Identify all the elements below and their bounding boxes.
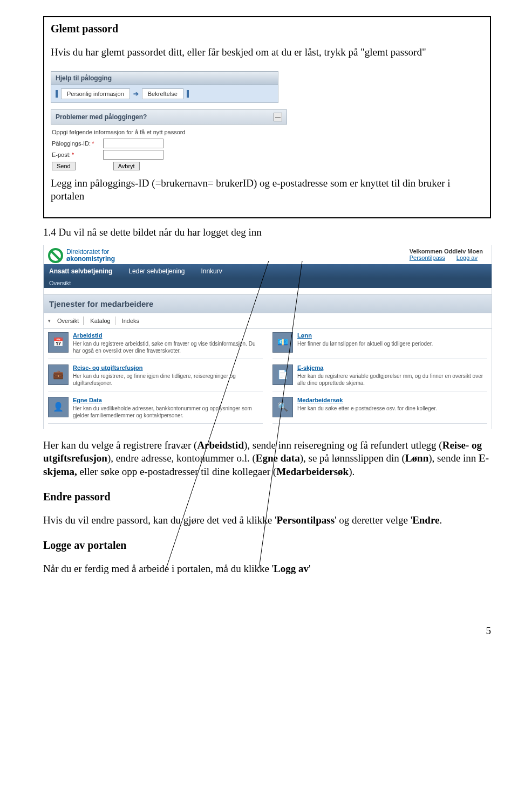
svc-arbeidstid-desc: Her kan du registrere arbeidstid, søke o…: [73, 340, 263, 354]
briefcase-icon: 💼: [48, 364, 69, 385]
nav-ansatt[interactable]: Ansatt selvbetjening: [48, 264, 113, 278]
reset-form: Oppgi følgende informasjon for å få et n…: [51, 125, 278, 170]
search-person-icon: 🔍: [272, 397, 293, 417]
hjelp-panel: Hjelp til pålogging Personlig informasjo…: [51, 71, 483, 103]
heading-1-4: 1.4 Du vil nå se dette bildet når du har…: [43, 226, 491, 239]
problemer-title: Problemer med påloggingen?: [56, 113, 147, 121]
svc-egnedata[interactable]: 👤 Egne Data Her kan du vedlikeholde adre…: [48, 397, 263, 424]
hjelp-title: Hjelp til pålogging: [51, 72, 278, 85]
svc-lonn-desc: Her finner du lønnslippen for aktuell og…: [297, 340, 433, 347]
glemt-passord-box: Glemt passord Hvis du har glemt passorde…: [43, 16, 491, 218]
tab-indeks[interactable]: Indeks: [118, 316, 144, 325]
money-icon: 💶: [272, 332, 293, 353]
send-button[interactable]: Send: [52, 162, 76, 170]
crumb-bekreftelse[interactable]: Bekreftelse: [142, 88, 183, 99]
svc-arbeidstid-title: Arbeidstid: [73, 332, 263, 339]
welcome-text: Velkommen Oddleiv Moen: [410, 248, 483, 254]
svc-eskjema-title: E-skjema: [297, 364, 487, 371]
avbryt-button[interactable]: Avbryt: [113, 162, 140, 170]
glemt-passord-para1: Hvis du har glemt passordet ditt, eller …: [51, 46, 483, 59]
svc-medarbeidersok-title: Medarbeidersøk: [297, 397, 437, 403]
endre-passord-para: Hvis du vil endre passord, kan du gjøre …: [43, 514, 491, 527]
svc-reise-desc: Her kan du registrere, og finne igjen di…: [73, 373, 263, 387]
crumb-bar-icon: [187, 90, 189, 98]
svg-line-1: [51, 251, 60, 260]
svc-arbeidstid[interactable]: 📅 Arbeidstid Her kan du registrere arbei…: [48, 332, 263, 359]
app-screenshot-wrap: Direktoratet for økonomistyring Velkomme…: [43, 245, 491, 429]
services-explain: Her kan du velge å registrere fravær (Ar…: [43, 439, 491, 479]
svc-lonn[interactable]: 💶 Lønn Her finner du lønnslippen for akt…: [272, 332, 487, 359]
triangle-icon[interactable]: ▾: [48, 318, 51, 324]
tab-oversikt[interactable]: Oversikt: [53, 316, 84, 325]
person-icon: 👤: [48, 397, 69, 417]
svc-eskjema[interactable]: 📄 E-skjema Her kan du registrere variabl…: [272, 364, 487, 391]
collapse-icon[interactable]: —: [274, 113, 282, 121]
problemer-panel: Problemer med påloggingen? — Oppgi følge…: [51, 109, 483, 170]
logo-line2: økonomistyring: [66, 255, 115, 263]
svc-lonn-title: Lønn: [297, 332, 433, 339]
nav-innkurv[interactable]: Innkurv: [200, 264, 223, 278]
crumb-personlig[interactable]: Personlig informasjon: [61, 88, 130, 99]
crumb-bar-icon: [56, 90, 58, 98]
svc-reise-title: Reise- og utgiftsrefusjon: [73, 364, 263, 371]
main-navbar: Ansatt selvbetjening Leder selvbetjening…: [44, 264, 492, 278]
svc-medarbeidersok-desc: Her kan du søke etter e-postadresse osv.…: [297, 405, 437, 412]
logo-line1: Direktoratet for: [66, 248, 109, 256]
epost-input[interactable]: [103, 150, 163, 160]
crumb-bekreftelse-label: Bekreftelse: [148, 91, 178, 97]
logg-av-link[interactable]: Logg av: [456, 254, 478, 261]
tab-katalog[interactable]: Katalog: [86, 316, 115, 325]
login-id-input[interactable]: [103, 139, 163, 148]
logo-icon: [48, 248, 63, 263]
glemt-passord-heading: Glemt passord: [51, 23, 483, 35]
services-toolbar: ▾ Oversikt Katalog Indeks: [44, 313, 492, 329]
svc-medarbeidersok[interactable]: 🔍 Medarbeidersøk Her kan du søke etter e…: [272, 397, 487, 424]
endre-passord-heading: Endre passord: [43, 491, 491, 503]
services-title: Tjenester for medarbeidere: [44, 294, 492, 313]
nav-leder[interactable]: Leder selvbetjening: [127, 264, 186, 278]
crumb-personlig-label: Personlig informasjon: [67, 91, 124, 97]
app-logo: Direktoratet for økonomistyring: [48, 248, 115, 263]
chevron-right-icon: ➔: [133, 90, 139, 98]
login-id-label: Påloggings-ID:*: [52, 140, 103, 147]
app-window: Direktoratet for økonomistyring Velkomme…: [43, 245, 492, 429]
form-caption: Oppgi følgende informasjon for å få et n…: [52, 129, 278, 135]
svc-reise[interactable]: 💼 Reise- og utgiftsrefusjon Her kan du r…: [48, 364, 263, 391]
glemt-passord-para2: Legg inn påloggings-ID (=brukernavn= bru…: [51, 177, 483, 203]
epost-label: E-post:*: [52, 152, 103, 158]
svc-egnedata-title: Egne Data: [73, 397, 263, 403]
svc-egnedata-desc: Her kan du vedlikeholde adresser, bankko…: [73, 405, 263, 419]
form-icon: 📄: [272, 364, 293, 385]
services-grid: 📅 Arbeidstid Her kan du registrere arbei…: [44, 329, 492, 429]
logge-av-heading: Logge av portalen: [43, 539, 491, 552]
crumb-row: Personlig informasjon ➔ Bekreftelse: [51, 85, 278, 102]
welcome-block: Velkommen Oddleiv Moen Persontilpass Log…: [410, 248, 487, 261]
logge-av-para: Når du er ferdig med å arbeide i portale…: [43, 562, 491, 576]
svc-eskjema-desc: Her kan du registrere variable godtgjøre…: [297, 373, 487, 387]
persontilpass-link[interactable]: Persontilpass: [410, 254, 445, 261]
subnav-oversikt[interactable]: Oversikt: [44, 278, 492, 288]
page-number: 5: [0, 625, 491, 637]
calendar-icon: 📅: [48, 332, 69, 353]
